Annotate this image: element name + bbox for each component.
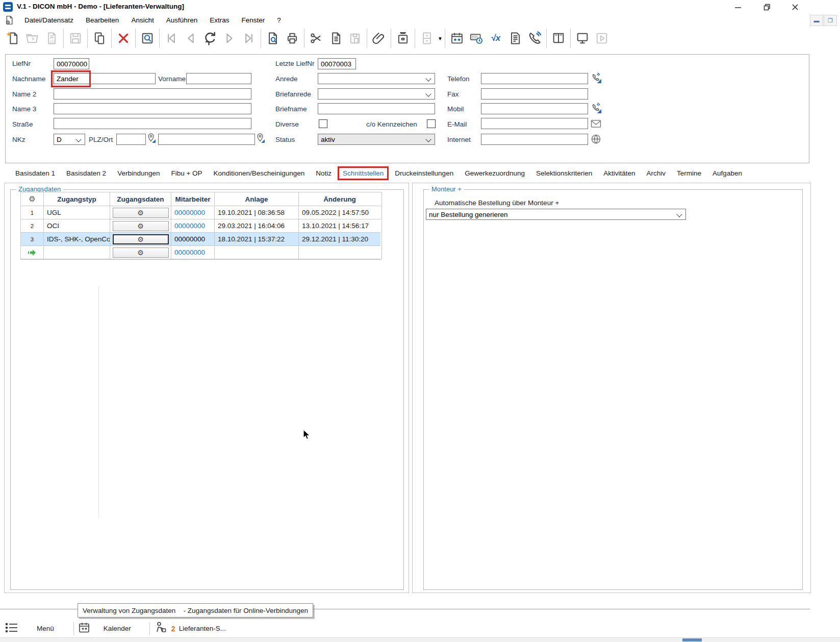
tab-schnittstellen[interactable]: Schnittstellen xyxy=(338,166,389,180)
plz-location-pin-icon[interactable] xyxy=(147,133,156,146)
child-restore-button[interactable]: ❐ xyxy=(824,15,837,26)
liefnr-field[interactable]: 00070000 xyxy=(54,58,89,69)
archive-box-button[interactable] xyxy=(393,28,413,49)
credentials-gear-button[interactable]: ⚙ xyxy=(113,221,169,231)
name3-field[interactable] xyxy=(54,103,251,114)
email-field[interactable] xyxy=(481,118,588,129)
anrede-select[interactable] xyxy=(318,73,435,84)
numpad-time-button[interactable] xyxy=(467,28,486,49)
col-zugangsdaten-header[interactable]: Zugangsdaten xyxy=(110,192,171,206)
new-record-button[interactable] xyxy=(3,28,22,49)
tab-termine[interactable]: Termine xyxy=(677,169,701,177)
tab-aktivitaeten[interactable]: Aktivitäten xyxy=(603,169,635,177)
child-minimize-button[interactable]: ▬ xyxy=(810,15,823,26)
cut-button[interactable] xyxy=(307,28,326,49)
plz-field[interactable] xyxy=(116,134,146,145)
menu-extras[interactable]: Extras xyxy=(210,16,229,24)
menu-fenster[interactable]: Fenster xyxy=(241,16,265,24)
menu-help[interactable]: ? xyxy=(277,16,281,24)
ort-field[interactable] xyxy=(158,134,255,145)
row-marker-header[interactable]: ⚙ xyxy=(21,192,44,206)
minimize-button[interactable] xyxy=(727,0,749,14)
taskbar-menu-label[interactable]: Menü xyxy=(37,625,54,632)
mitarbeiter-link[interactable]: 00000000 xyxy=(171,219,215,233)
table-row[interactable]: 1 UGL ⚙ 00000000 19.10.2021 | 08:36:58 0… xyxy=(21,206,381,219)
table-row-selected[interactable]: 3 IDS-, SHK-, OpenCo ⚙ 00000000 18.10.20… xyxy=(21,233,381,246)
zugangstyp-cell[interactable] xyxy=(44,246,110,259)
report-button[interactable] xyxy=(505,28,525,49)
first-record-button[interactable] xyxy=(162,28,181,49)
email-envelope-icon[interactable] xyxy=(591,119,601,130)
supplier-icon[interactable] xyxy=(154,621,167,636)
print-preview-button[interactable] xyxy=(263,28,283,49)
restore-button[interactable] xyxy=(756,0,778,14)
print-button[interactable] xyxy=(283,28,302,49)
kalender-icon[interactable] xyxy=(78,622,90,636)
strasse-field[interactable] xyxy=(54,118,251,129)
internet-field[interactable] xyxy=(481,134,588,145)
briefanrede-select[interactable] xyxy=(318,88,435,100)
refresh-button[interactable] xyxy=(200,28,220,49)
tab-fibu-op[interactable]: Fibu + OP xyxy=(171,169,202,177)
vorname-field[interactable] xyxy=(186,73,251,84)
phone-call-button[interactable] xyxy=(525,28,544,49)
zugangstyp-cell[interactable]: IDS-, SHK-, OpenCo xyxy=(44,233,110,246)
menu-bearbeiten[interactable]: Bearbeiten xyxy=(86,16,119,24)
credentials-gear-button[interactable]: ⚙ xyxy=(113,234,169,244)
formula-button[interactable]: √x xyxy=(486,28,505,49)
calendar-add-button[interactable] xyxy=(447,28,467,49)
mitarbeiter-link[interactable]: 00000000 xyxy=(171,233,215,246)
tab-notiz[interactable]: Notiz xyxy=(316,169,332,177)
tab-archiv[interactable]: Archiv xyxy=(647,169,666,177)
copy-document-button[interactable] xyxy=(326,28,345,49)
attachment-button[interactable] xyxy=(369,28,389,49)
nachname-field[interactable]: Zander xyxy=(54,73,156,84)
mitarbeiter-link[interactable]: 00000000 xyxy=(171,206,215,219)
table-row[interactable]: 2 OCI ⚙ 00000000 29.03.2021 | 16:04:06 1… xyxy=(21,219,381,233)
monitor-button[interactable] xyxy=(573,28,592,49)
col-anlage-header[interactable]: Anlage xyxy=(215,192,299,206)
zugangstyp-cell[interactable]: UGL xyxy=(44,206,110,219)
nkz-select[interactable]: D xyxy=(54,134,85,145)
credentials-gear-button[interactable]: ⚙ xyxy=(113,208,169,218)
briefname-field[interactable] xyxy=(318,103,435,114)
col-zugangstyp-header[interactable]: Zugangstyp xyxy=(44,192,110,206)
internet-globe-icon[interactable] xyxy=(591,134,601,146)
col-aenderung-header[interactable]: Änderung xyxy=(299,192,380,206)
close-button[interactable] xyxy=(784,0,806,14)
previous-record-button[interactable] xyxy=(181,28,200,49)
mitarbeiter-link[interactable]: 00000000 xyxy=(171,246,215,259)
co-kennzeichen-checkbox[interactable] xyxy=(427,119,436,128)
fax-field[interactable] xyxy=(481,88,588,100)
next-record-button[interactable] xyxy=(220,28,239,49)
telefon-dial-icon[interactable] xyxy=(591,72,602,86)
mobil-dial-icon[interactable] xyxy=(591,102,602,116)
menu-datei-datensatz[interactable]: Datei/Datensatz xyxy=(24,16,73,24)
last-record-button[interactable] xyxy=(239,28,259,49)
diverse-checkbox[interactable] xyxy=(319,119,327,128)
mobil-field[interactable] xyxy=(481,103,588,114)
tab-aufgaben[interactable]: Aufgaben xyxy=(712,169,742,177)
taskbar-supplier-label[interactable]: Lieferanten-S... xyxy=(179,625,226,632)
credentials-gear-button[interactable]: ⚙ xyxy=(113,248,169,258)
tab-druckeinstellungen[interactable]: Druckeinstellungen xyxy=(395,169,453,177)
tab-gewerkezuordnung[interactable]: Gewerkezuordnung xyxy=(465,169,525,177)
menu-list-icon[interactable] xyxy=(5,622,18,636)
monteur-bestellung-select[interactable]: nur Bestellung generieren xyxy=(426,209,686,220)
telefon-field[interactable] xyxy=(481,73,588,84)
letzte-liefnr-field[interactable]: 00070003 xyxy=(318,58,356,69)
zugangstyp-cell[interactable]: OCI xyxy=(44,219,110,233)
taskbar-kalender-label[interactable]: Kalender xyxy=(104,625,131,632)
menu-ausfuehren[interactable]: Ausführen xyxy=(166,16,198,24)
status-select[interactable]: aktiv xyxy=(318,134,435,145)
col-mitarbeiter-header[interactable]: Mitarbeiter xyxy=(171,192,215,206)
ort-location-pin-icon[interactable] xyxy=(256,133,265,146)
duplicate-record-button[interactable] xyxy=(90,28,109,49)
tab-basisdaten-2[interactable]: Basisdaten 2 xyxy=(66,169,106,177)
search-record-button[interactable] xyxy=(138,28,157,49)
table-row-new[interactable]: ⚙ 00000000 xyxy=(21,246,381,259)
tab-selektionskriterien[interactable]: Selektionskriterien xyxy=(536,169,592,177)
drawer-dropdown-arrow[interactable]: ▼ xyxy=(438,36,443,41)
delete-record-button[interactable] xyxy=(114,28,133,49)
name2-field[interactable] xyxy=(54,88,251,100)
